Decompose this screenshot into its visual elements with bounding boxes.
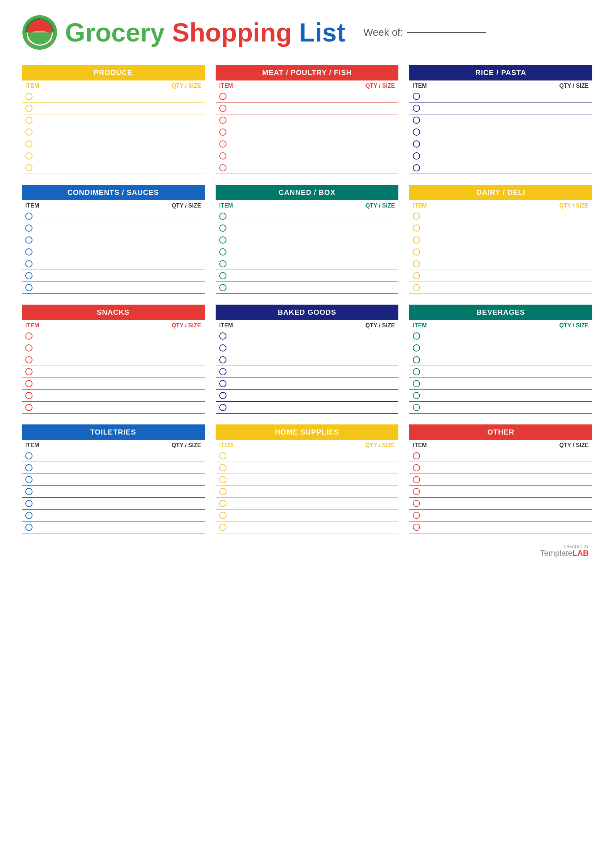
list-item xyxy=(22,510,205,522)
checkbox[interactable] xyxy=(219,464,227,471)
checkbox[interactable] xyxy=(413,344,420,352)
checkbox[interactable] xyxy=(219,236,227,243)
checkbox[interactable] xyxy=(219,272,227,279)
list-item xyxy=(409,498,592,510)
checkbox[interactable] xyxy=(25,452,33,459)
checkbox[interactable] xyxy=(413,152,420,160)
checkbox[interactable] xyxy=(413,392,420,399)
checkbox[interactable] xyxy=(25,116,33,124)
checkbox[interactable] xyxy=(25,488,33,495)
checkbox[interactable] xyxy=(413,476,420,483)
checkbox[interactable] xyxy=(219,524,227,531)
checkbox[interactable] xyxy=(219,164,227,171)
checkbox[interactable] xyxy=(25,404,33,411)
checkbox[interactable] xyxy=(413,260,420,267)
list-item xyxy=(22,402,205,414)
checkbox[interactable] xyxy=(219,105,227,112)
checkbox[interactable] xyxy=(413,212,420,220)
checkbox[interactable] xyxy=(219,93,227,100)
checkbox[interactable] xyxy=(25,236,33,243)
checkbox[interactable] xyxy=(413,248,420,256)
checkbox[interactable] xyxy=(413,225,420,232)
checkbox[interactable] xyxy=(219,356,227,363)
checkbox[interactable] xyxy=(219,152,227,160)
checkbox[interactable] xyxy=(413,93,420,100)
checkbox[interactable] xyxy=(413,332,420,339)
checkbox[interactable] xyxy=(25,248,33,256)
checkbox[interactable] xyxy=(25,164,33,171)
checkbox[interactable] xyxy=(219,344,227,352)
checkbox[interactable] xyxy=(413,140,420,147)
checkbox[interactable] xyxy=(25,368,33,375)
checkbox[interactable] xyxy=(413,464,420,471)
checkbox[interactable] xyxy=(219,284,227,291)
checkbox[interactable] xyxy=(25,524,33,531)
checkbox[interactable] xyxy=(25,225,33,232)
checkbox[interactable] xyxy=(25,392,33,399)
checkbox[interactable] xyxy=(25,272,33,279)
checkbox[interactable] xyxy=(219,500,227,507)
checkbox[interactable] xyxy=(25,380,33,387)
checkbox[interactable] xyxy=(219,212,227,220)
produce-col-qty: QTY / SIZE xyxy=(171,83,201,89)
checkbox[interactable] xyxy=(413,236,420,243)
checkbox[interactable] xyxy=(25,152,33,160)
checkbox[interactable] xyxy=(413,512,420,519)
checkbox[interactable] xyxy=(413,164,420,171)
checkbox[interactable] xyxy=(219,129,227,136)
checkbox[interactable] xyxy=(219,332,227,339)
checkbox[interactable] xyxy=(25,500,33,507)
checkbox[interactable] xyxy=(219,404,227,411)
checkbox[interactable] xyxy=(413,380,420,387)
checkbox[interactable] xyxy=(413,524,420,531)
list-item xyxy=(22,222,205,234)
checkbox[interactable] xyxy=(219,452,227,459)
checkbox[interactable] xyxy=(219,368,227,375)
list-item xyxy=(216,402,399,414)
checkbox[interactable] xyxy=(413,452,420,459)
checkbox[interactable] xyxy=(219,392,227,399)
checkbox[interactable] xyxy=(413,488,420,495)
checkbox[interactable] xyxy=(219,248,227,256)
checkbox[interactable] xyxy=(25,356,33,363)
created-by-label: CREATED BY xyxy=(540,544,589,549)
checkbox[interactable] xyxy=(413,105,420,112)
list-item xyxy=(216,282,399,294)
checkbox[interactable] xyxy=(413,500,420,507)
checkbox[interactable] xyxy=(25,476,33,483)
checkbox[interactable] xyxy=(25,129,33,136)
checkbox[interactable] xyxy=(413,284,420,291)
checkbox[interactable] xyxy=(219,260,227,267)
checkbox[interactable] xyxy=(25,344,33,352)
list-item xyxy=(22,450,205,462)
checkbox[interactable] xyxy=(25,284,33,291)
checkbox[interactable] xyxy=(413,129,420,136)
checkbox[interactable] xyxy=(219,476,227,483)
list-item xyxy=(22,115,205,126)
checkbox[interactable] xyxy=(219,488,227,495)
checkbox[interactable] xyxy=(219,116,227,124)
checkbox[interactable] xyxy=(25,93,33,100)
list-item xyxy=(22,150,205,162)
checkbox[interactable] xyxy=(413,356,420,363)
checkbox[interactable] xyxy=(25,105,33,112)
list-item xyxy=(216,126,399,138)
checkbox[interactable] xyxy=(25,212,33,220)
checkbox[interactable] xyxy=(25,464,33,471)
checkbox[interactable] xyxy=(219,380,227,387)
checkbox[interactable] xyxy=(219,512,227,519)
checkbox[interactable] xyxy=(219,225,227,232)
list-item xyxy=(409,330,592,342)
checkbox[interactable] xyxy=(413,116,420,124)
home-supplies-header: HOME SUPPLIES xyxy=(216,425,399,440)
checkbox[interactable] xyxy=(219,140,227,147)
checkbox[interactable] xyxy=(413,272,420,279)
checkbox[interactable] xyxy=(413,404,420,411)
page-header: Grocery Shopping List Week of: xyxy=(22,14,592,51)
checkbox[interactable] xyxy=(413,368,420,375)
checkbox[interactable] xyxy=(25,332,33,339)
checkbox[interactable] xyxy=(25,260,33,267)
checkbox[interactable] xyxy=(25,512,33,519)
list-item xyxy=(409,115,592,126)
checkbox[interactable] xyxy=(25,140,33,147)
